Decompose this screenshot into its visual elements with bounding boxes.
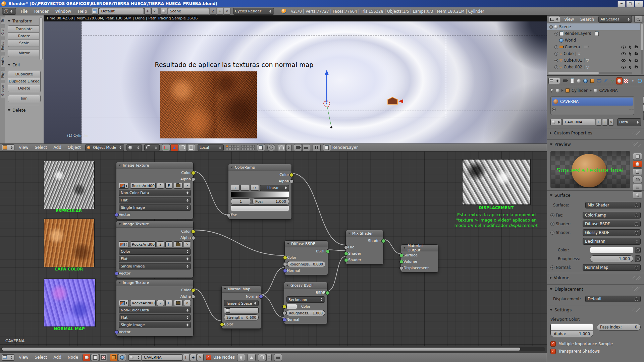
scene-icon[interactable] — [161, 8, 167, 15]
shader2-input-select[interactable]: Glossy BSDF — [583, 229, 641, 236]
search-icon[interactable] — [634, 16, 642, 23]
roughness-node-dot[interactable] — [635, 255, 641, 262]
socket-alpha-out[interactable] — [289, 179, 293, 183]
source-select[interactable]: Single Image — [119, 322, 191, 328]
ramp-flip-button[interactable]: ↔ — [250, 185, 259, 191]
selectability-cursor-icon[interactable] — [628, 58, 632, 62]
material-link-select[interactable]: Data — [617, 118, 641, 126]
node-header[interactable]: ColorRamp — [228, 164, 291, 171]
shader-type-texture-button[interactable] — [99, 354, 107, 361]
material-fake-user-button[interactable]: F — [183, 354, 190, 361]
view3d-menu-select[interactable]: Select — [33, 145, 49, 150]
tab-tools[interactable]: To — [1, 17, 5, 24]
tab-relations[interactable]: Relat — [1, 40, 5, 52]
preview-hair-button[interactable] — [633, 184, 642, 191]
snap-node-mode-dropdown[interactable] — [266, 354, 272, 361]
outliner-filter-select[interactable]: All Scenes — [598, 16, 632, 23]
collapse-shader2-icon[interactable]: − — [550, 231, 554, 235]
image-users-button[interactable]: 2 — [157, 300, 164, 306]
expand-icon[interactable]: + — [554, 32, 558, 36]
shader1-input-select[interactable]: Diffuse BSDF — [583, 221, 641, 227]
pass-index-slider[interactable]: Pass Index:0 — [597, 324, 641, 330]
tab-constraints[interactable] — [596, 77, 602, 84]
material-browse-button[interactable] — [128, 354, 141, 361]
ramp-interpolation-select[interactable]: Linear — [260, 185, 289, 191]
preview-sphere-button[interactable] — [633, 161, 642, 168]
node-normal-map[interactable]: Normal Map Normal Tangent Space Strength… — [221, 286, 261, 329]
socket-normal-in[interactable] — [282, 318, 286, 322]
editor-type-button[interactable]: i — [2, 8, 16, 15]
layout-delete-button[interactable] — [151, 8, 158, 15]
pivot-point-selector[interactable] — [144, 144, 160, 151]
screen-layout-selector[interactable]: Default — [99, 8, 144, 14]
snap-magnet-button[interactable] — [278, 144, 286, 151]
node-menu-select[interactable]: Select — [33, 355, 49, 360]
socket-alpha-out[interactable] — [191, 295, 195, 299]
pin-node-tree-button[interactable] — [237, 354, 245, 361]
roughness-slider[interactable]: Roughness:1.000 — [286, 310, 325, 316]
viewport-alpha-slider[interactable]: Alpha:1.000 — [550, 330, 593, 337]
socket-normal-in[interactable] — [283, 269, 287, 273]
transparent-shadows-checkbox[interactable] — [550, 349, 556, 354]
node-editor-hscrollbar[interactable] — [0, 347, 547, 352]
preview-monkey-button[interactable] — [633, 176, 642, 183]
pin-icon[interactable] — [550, 88, 554, 93]
image-browse-button[interactable] — [119, 183, 129, 189]
viewport-3d[interactable]: Resultado de aplicar las texturas con no… — [44, 15, 547, 143]
panel-settings[interactable]: Settings — [547, 305, 644, 314]
ramp-stop-color-swatch[interactable] — [231, 205, 289, 211]
ramp-stop-index-field[interactable]: 1 — [231, 198, 251, 204]
visibility-eye-icon[interactable] — [621, 46, 626, 49]
socket-shader-out[interactable] — [381, 239, 385, 243]
socket-color-in[interactable] — [220, 322, 224, 326]
material-unlink-button[interactable] — [608, 119, 614, 126]
layout-add-button[interactable]: + — [144, 8, 151, 15]
shader-type-world-button[interactable] — [91, 354, 99, 361]
opengl-render-button[interactable] — [294, 144, 302, 151]
projection-select[interactable]: Flat — [119, 256, 191, 262]
ramp-remove-stop-button[interactable]: − — [240, 185, 249, 191]
color-space-select[interactable]: Color — [119, 248, 191, 255]
panel-surface[interactable]: Surface — [547, 190, 644, 200]
visibility-eye-icon[interactable] — [621, 52, 626, 55]
menu-file[interactable]: File — [19, 9, 30, 14]
snap-node-button[interactable] — [258, 354, 266, 361]
snap-mode-dropdown[interactable] — [286, 144, 291, 151]
manipulator-toggle-button[interactable] — [162, 144, 170, 151]
pause-render-button[interactable] — [313, 144, 321, 151]
socket-surface-in[interactable] — [399, 253, 404, 257]
node-menu-add[interactable]: Add — [52, 355, 63, 360]
projection-select[interactable]: Flat — [119, 314, 191, 321]
source-select[interactable]: Single Image — [119, 263, 191, 269]
expand-shader1-icon[interactable]: + — [550, 222, 554, 226]
glossy-color-swatch[interactable] — [286, 304, 297, 309]
material-name-input[interactable]: CAVERNA — [562, 119, 595, 125]
use-nodes-checkbox[interactable] — [206, 355, 211, 360]
renderability-camera-icon[interactable] — [634, 45, 639, 49]
editor-type-properties-button[interactable] — [548, 78, 560, 84]
node-diffuse-bsdf[interactable]: Diffuse BSDF BSDF Color Roughness:0.000 … — [284, 240, 328, 275]
view3d-menu-add[interactable]: Add — [52, 145, 63, 150]
slot-add-button[interactable]: + — [643, 96, 644, 104]
open-image-button[interactable] — [174, 183, 182, 189]
socket-vector-in[interactable] — [115, 330, 119, 334]
node-menu-node[interactable]: Node — [66, 355, 80, 360]
socket-color-in[interactable] — [283, 256, 287, 260]
panel-header-transform[interactable]: Transform — [8, 19, 39, 23]
visibility-eye-icon[interactable] — [621, 66, 626, 69]
outliner-vscrollbar[interactable] — [641, 24, 643, 74]
mirror-button[interactable]: Mirror — [8, 50, 41, 57]
socket-color-out[interactable] — [191, 288, 195, 292]
close-button[interactable]: ✕ — [635, 1, 643, 7]
node-header[interactable]: Mix Shader — [346, 230, 383, 237]
surface-shader-select[interactable]: Mix Shader — [585, 202, 641, 208]
panel-preview[interactable]: Preview — [547, 139, 644, 149]
panel-header-delete[interactable]: Delete — [8, 108, 39, 113]
maximize-button[interactable]: □ — [626, 1, 634, 7]
join-button[interactable]: Join — [8, 95, 41, 102]
object-context-button[interactable] — [110, 354, 118, 361]
slot-remove-button[interactable]: − — [643, 104, 644, 112]
renderability-camera-icon[interactable] — [634, 65, 639, 69]
render-engine-selector[interactable]: Cycles Render — [233, 8, 274, 15]
tab-scene[interactable] — [576, 77, 582, 84]
